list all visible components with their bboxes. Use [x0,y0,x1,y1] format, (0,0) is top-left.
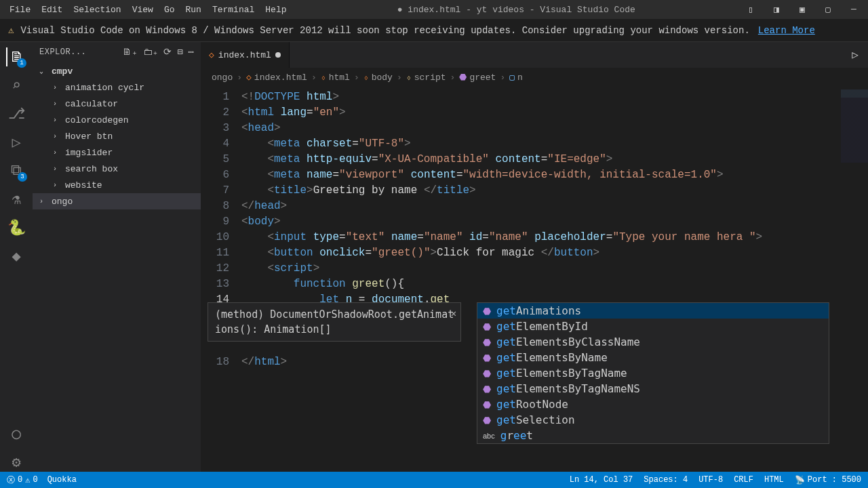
testing-icon[interactable]: ⚗ [7,190,26,209]
autocomplete-item[interactable]: ⬣getElementsByName [477,350,829,365]
chevron-right-icon: › [39,198,49,205]
more-icon[interactable]: ⋯ [189,46,194,58]
tab-label: index.html [218,50,271,60]
status-bar: ⓧ 0 ⚠ 0 Quokka Ln 14, Col 37 Spaces: 4 U… [0,472,868,488]
layout-icon-1[interactable]: ▯ [741,4,761,15]
menu-file[interactable]: File [4,2,36,18]
python-icon[interactable]: 🐍 [7,218,26,237]
chevron-down-icon: ⌄ [39,67,49,75]
debug-icon[interactable]: ▷ [7,133,26,152]
folder-item[interactable]: ›Hover btn [33,128,201,144]
chevron-right-icon: › [53,133,62,140]
breadcrumb-file[interactable]: ◇index.html [246,72,307,83]
folder-item[interactable]: ›imgslider [33,144,201,161]
method-icon: ⬣ [483,321,491,332]
source-control-icon[interactable]: ⎇ [7,104,26,123]
folder-item[interactable]: ›search box [33,161,201,177]
menu-edit[interactable]: Edit [36,2,68,18]
breadcrumb-script[interactable]: ⬨script [406,73,446,83]
menu-terminal[interactable]: Terminal [207,2,260,18]
sidebar-title: EXPLOR... [39,47,122,57]
folder-item[interactable]: ›colorcodegen [33,112,201,128]
tab-index-html[interactable]: ◇ index.html [201,42,290,68]
new-file-icon[interactable]: 🗎₊ [122,46,137,58]
close-icon[interactable]: ✕ [451,306,456,321]
window-minimize-icon[interactable]: — [844,4,864,15]
autocomplete-item[interactable]: ⬣getRootNode [477,396,829,412]
new-folder-icon[interactable]: 🗀₊ [143,46,158,58]
status-errors[interactable]: ⓧ 0 ⚠ 0 [7,474,38,486]
folder-item[interactable]: ›website [33,177,201,193]
update-warning-banner: ⚠ Visual Studio Code on Windows 8 / Wind… [0,19,868,42]
account-icon[interactable]: ◯ [7,424,26,443]
text-icon: abc [483,432,495,440]
autocomplete-item[interactable]: ⬣getElementsByClassName [477,334,829,350]
autocomplete-popup: ⬣getAnimations⬣getElementById⬣getElement… [477,302,829,444]
autocomplete-item[interactable]: ⬣getElementById [477,319,829,334]
chevron-right-icon: › [53,100,62,108]
explorer-sidebar: EXPLOR... 🗎₊ 🗀₊ ⟳ ⊟ ⋯ ⌄ cmpv ›animation … [33,42,201,472]
html-file-icon: ◇ [209,49,214,60]
parameter-hint: ✕ (method) DocumentOrShadowRoot.getAnima… [208,302,461,342]
status-language[interactable]: HTML [764,475,784,485]
menu-help[interactable]: Help [260,2,292,18]
menu-go[interactable]: Go [159,2,180,18]
breadcrumb-folder[interactable]: ongo [212,73,233,83]
breadcrumb-body[interactable]: ⬨body [363,73,393,83]
refresh-icon[interactable]: ⟳ [163,46,172,58]
script-icon: ⬨ [406,73,412,83]
breadcrumb-greet[interactable]: ⬣greet [459,72,496,83]
autocomplete-item[interactable]: ⬣getElementsByTagName [477,365,829,381]
menu-selection[interactable]: Selection [68,2,126,18]
html-file-icon: ◇ [246,72,252,83]
chevron-right-icon: › [53,182,62,189]
menu-view[interactable]: View [127,2,159,18]
breadcrumb-html[interactable]: ⬨html [321,73,350,83]
folder-item[interactable]: ›animation cyclr [33,79,201,96]
autocomplete-item[interactable]: ⬣getAnimations [477,303,829,319]
method-icon: ⬣ [483,306,491,317]
status-spaces[interactable]: Spaces: 4 [644,475,688,485]
search-icon[interactable]: ⌕ [7,76,26,95]
extensions-icon[interactable]: ⧉3 [7,161,26,180]
window-title: ● index.html - yt videos - Visual Studio… [292,5,741,15]
learn-more-link[interactable]: Learn More [758,25,815,36]
dirty-indicator-icon [275,52,281,58]
settings-icon[interactable]: ⚙ [7,453,26,472]
breadcrumb-n[interactable]: ▢n [509,72,523,83]
layout-icon-3[interactable]: ▣ [792,4,812,15]
status-cursor-pos[interactable]: Ln 14, Col 37 [570,475,633,485]
autocomplete-item[interactable]: ⬣getSelection [477,412,829,428]
collapse-icon[interactable]: ⊟ [177,46,182,58]
activity-bar: 🗎1 ⌕ ⎇ ▷ ⧉3 ⚗ 🐍 ◆ ◯ ⚙ [0,42,33,472]
minimap[interactable] [841,89,868,171]
autocomplete-item[interactable]: ⬣getElementsByTagNameNS [477,381,829,396]
autocomplete-item[interactable]: abcgreet [477,428,829,443]
code-editor[interactable]: 1 2 3 4 5 6 7 8 9 10 11 12 13 14 18 <!DO… [201,87,868,472]
layout-icon-2[interactable]: ◨ [766,4,787,15]
folder-item[interactable]: ›calculator [33,96,201,112]
method-icon: ⬣ [483,384,491,394]
chevron-right-icon: › [53,149,62,157]
method-icon: ⬣ [483,399,491,410]
layout-icon-4[interactable]: ▢ [818,4,838,15]
status-eol[interactable]: CRLF [734,475,753,485]
chevron-right-icon: › [53,84,62,92]
chevron-right-icon: › [53,165,62,173]
folder-selected[interactable]: ›ongo [33,193,201,209]
method-icon: ⬣ [483,352,491,363]
run-triangle-icon[interactable]: ▷ [852,48,859,62]
variable-icon: ▢ [509,72,515,83]
status-liveserver[interactable]: 📡 Port : 5500 [795,475,861,485]
chevron-right-icon: › [53,117,62,124]
tag-icon: ⬨ [363,73,369,83]
folder-root[interactable]: ⌄ cmpv [33,63,201,79]
explorer-icon[interactable]: 🗎1 [6,47,25,66]
status-quokka[interactable]: Quokka [47,475,77,485]
method-icon: ⬣ [483,415,491,426]
menu-run[interactable]: Run [180,2,206,18]
status-encoding[interactable]: UTF-8 [698,475,723,485]
warning-text: Visual Studio Code on Windows 8 / Window… [20,25,749,36]
docker-icon[interactable]: ◆ [7,247,26,266]
menubar: File Edit Selection View Go Run Terminal… [0,0,868,19]
